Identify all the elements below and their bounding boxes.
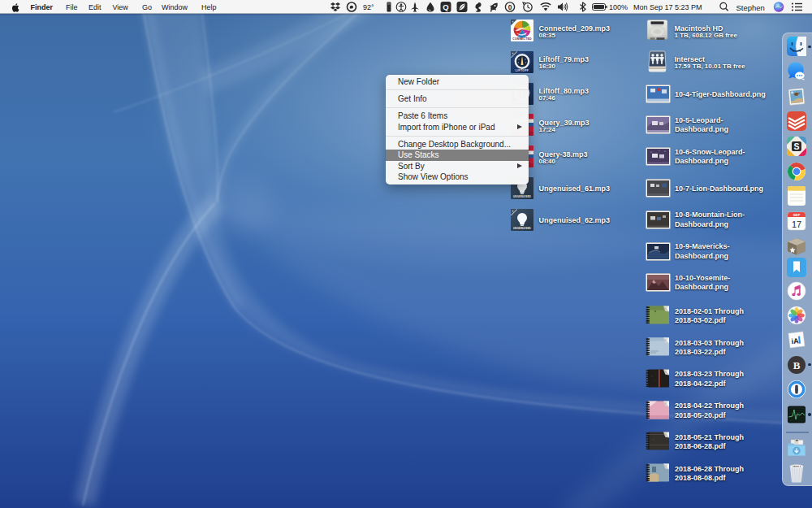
svg-text:iA: iA — [791, 336, 800, 345]
svg-text:Q: Q — [443, 2, 448, 11]
svg-text:CONNECTED: CONNECTED — [512, 37, 532, 41]
svg-text:UNGENUISED: UNGENUISED — [513, 195, 532, 198]
svg-text:S: S — [793, 141, 799, 151]
svg-text:17: 17 — [792, 219, 801, 228]
svg-text:B: B — [793, 359, 801, 371]
svg-text:0: 0 — [508, 3, 512, 11]
svg-text:SEP: SEP — [793, 213, 801, 217]
svg-text:UNGENUISED: UNGENUISED — [513, 227, 532, 230]
svg-text:LIFTOFF: LIFTOFF — [516, 69, 529, 72]
